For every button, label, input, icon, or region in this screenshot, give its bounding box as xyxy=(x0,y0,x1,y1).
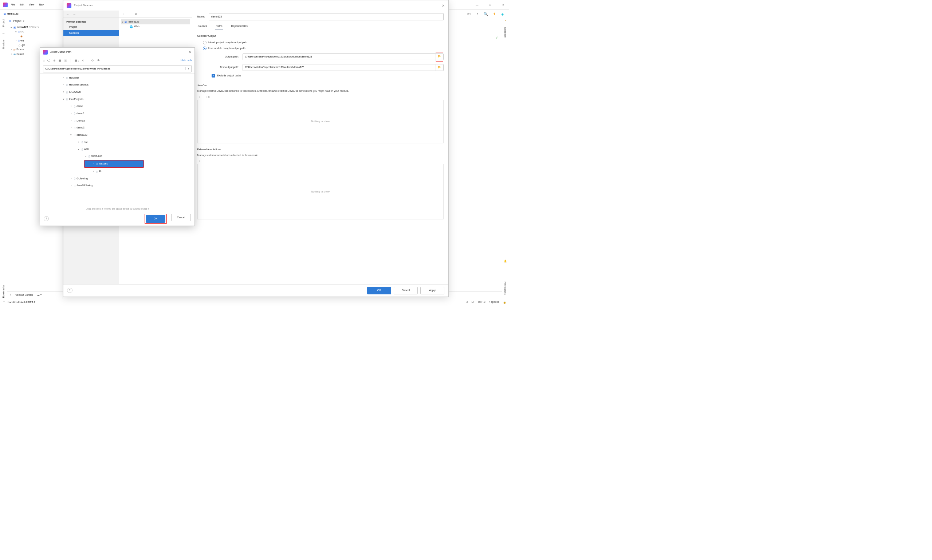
tree-item[interactable]: demo1 xyxy=(77,112,85,115)
radio-icon[interactable] xyxy=(203,41,207,45)
path-input[interactable] xyxy=(43,66,185,72)
nav-project[interactable]: Project xyxy=(63,24,119,30)
update-icon[interactable]: ⬆ xyxy=(492,12,497,16)
tree-item[interactable]: IdeaProjects xyxy=(69,98,83,101)
ide-services-icon[interactable]: ◈ xyxy=(500,12,505,16)
tree-item[interactable]: demo xyxy=(77,105,83,108)
tree-item[interactable]: demo123 xyxy=(77,134,87,137)
tab-paths[interactable]: Paths xyxy=(215,23,222,30)
project-pane-title[interactable]: Project xyxy=(13,20,21,23)
help-icon[interactable]: ? xyxy=(67,288,72,293)
tree-item[interactable]: src xyxy=(84,141,87,144)
add-icon[interactable]: ＋ xyxy=(198,159,201,163)
refresh-icon[interactable]: ⟳ xyxy=(91,58,94,62)
chevron-down-icon[interactable]: ▾ xyxy=(23,19,25,23)
tree-root[interactable]: demo123 xyxy=(17,26,28,29)
forward-icon[interactable]: → xyxy=(73,12,76,16)
tree-git[interactable]: .git xyxy=(21,44,25,46)
apply-button[interactable]: Apply xyxy=(420,287,444,294)
tree-item[interactable]: WEB-INF xyxy=(91,155,102,158)
chevron-right-icon[interactable]: › xyxy=(15,39,17,42)
browse-output-path-icon[interactable]: 📂 xyxy=(435,52,443,62)
rail-project[interactable]: Project xyxy=(2,19,5,26)
minimize-icon[interactable]: — xyxy=(474,4,481,6)
remove-icon[interactable]: － xyxy=(128,12,131,16)
add-icon[interactable]: ＋ xyxy=(198,95,201,99)
status-encoding[interactable]: UTF-8 xyxy=(478,300,486,304)
chevron-down-icon[interactable]: ▾ xyxy=(10,26,13,29)
ok-button[interactable]: OK xyxy=(146,215,166,223)
inspection-ok-icon[interactable]: ✓ xyxy=(495,35,498,40)
menu-file[interactable]: File xyxy=(9,2,16,8)
tree-item[interactable]: web xyxy=(84,148,89,151)
project-icon[interactable]: ⊛ xyxy=(53,58,56,62)
show-hidden-icon[interactable]: 👁 xyxy=(97,59,100,62)
close-icon[interactable]: ✕ xyxy=(189,50,191,54)
radio-inherit[interactable]: Inherit project compile output path xyxy=(203,41,444,45)
tree-item[interactable]: IDEA2020 xyxy=(69,91,81,94)
stop-icon[interactable]: ■ xyxy=(475,12,480,16)
menu-nav[interactable]: Nav xyxy=(37,2,45,8)
menu-edit[interactable]: Edit xyxy=(18,2,26,8)
tree-item[interactable]: Demo2 xyxy=(77,119,85,122)
menu-view[interactable]: View xyxy=(27,2,36,8)
module-row[interactable]: ▾ ▣ demo123 xyxy=(121,19,190,24)
breadcrumb-project[interactable]: demo123 xyxy=(7,12,19,15)
add-url-icon[interactable]: ＋⊕ xyxy=(205,95,210,99)
dropdown-icon[interactable]: ▾ xyxy=(185,67,191,70)
home-icon[interactable]: ⌂ xyxy=(43,59,45,62)
checkbox-icon[interactable]: ✓ xyxy=(211,74,215,77)
chevron-right-icon[interactable]: › xyxy=(10,48,13,51)
remove-icon[interactable]: － xyxy=(205,159,208,163)
tree-item[interactable]: demo3 xyxy=(77,126,85,129)
status-indent[interactable]: 4 spaces xyxy=(489,300,499,304)
tree-scratches[interactable]: Scratc xyxy=(16,53,24,56)
ok-button[interactable]: OK xyxy=(367,287,391,294)
chevron-down-icon[interactable]: ▾ xyxy=(122,20,123,24)
browse-test-path-icon[interactable]: 📂 xyxy=(435,65,443,71)
search-icon[interactable]: 🔍 xyxy=(483,12,488,16)
copy-icon[interactable]: ⧉ xyxy=(135,12,137,16)
folder-tree[interactable]: ›▯HBuilder ›▯HBuilder settings ›▯IDEA202… xyxy=(40,74,194,206)
exclude-row[interactable]: ✓ Exclude output paths xyxy=(211,74,444,77)
rail-structure[interactable]: Structure xyxy=(2,40,5,49)
run-dropdown-icon[interactable]: ⟳▾ xyxy=(467,12,472,16)
content-root-icon[interactable]: ▣ xyxy=(64,58,67,62)
tree-item-selected[interactable]: classes xyxy=(99,162,108,165)
tree-external[interactable]: Extern xyxy=(16,48,24,51)
rail-notifications[interactable]: Notifications xyxy=(504,282,507,295)
tree-item[interactable]: HBuilder settings xyxy=(69,83,89,86)
javadoc-list[interactable]: Nothing to show xyxy=(198,100,444,143)
chevron-right-icon[interactable]: › xyxy=(10,53,13,56)
modules-tree[interactable]: ▾ ▣ demo123 🌐 Web xyxy=(119,18,192,31)
facet-row[interactable]: 🌐 Web xyxy=(121,25,190,29)
todo-tab-prefix[interactable]: ≔ T xyxy=(37,294,42,297)
test-output-path-input[interactable] xyxy=(243,65,435,71)
tree-item[interactable]: JavaSESwing xyxy=(77,184,93,187)
desktop-icon[interactable]: 🖵 xyxy=(47,59,50,62)
nav-modules[interactable]: Modules xyxy=(63,30,119,36)
tree-item[interactable]: HBuilder xyxy=(69,76,79,79)
add-icon[interactable]: ＋ xyxy=(122,12,125,16)
rail-database[interactable]: Database xyxy=(504,27,507,37)
remove-icon[interactable]: － xyxy=(213,95,216,99)
chevron-down-icon[interactable]: ▾ xyxy=(15,30,17,34)
hide-path-link[interactable]: Hide path xyxy=(181,59,191,62)
more-icon[interactable]: ⋮ xyxy=(497,20,499,23)
help-icon[interactable]: ? xyxy=(44,216,49,221)
module-name-input[interactable] xyxy=(209,13,443,20)
bell-icon[interactable]: 🔔 xyxy=(504,260,507,263)
tree-web[interactable]: we xyxy=(20,39,24,42)
radio-use-module[interactable]: Use module compile output path xyxy=(203,46,444,50)
back-icon[interactable]: ← xyxy=(66,12,69,16)
ext-ann-list[interactable]: Nothing to show xyxy=(198,164,444,219)
tree-item[interactable]: GUIswing xyxy=(77,177,88,180)
rail-bookmarks[interactable]: Bookmarks xyxy=(2,285,5,298)
status-line[interactable]: 2 xyxy=(466,300,468,304)
status-lf[interactable]: LF xyxy=(471,300,474,304)
close-icon[interactable]: ✕ xyxy=(442,4,445,8)
module-folder-icon[interactable]: ▣ xyxy=(59,58,62,62)
tree-item[interactable]: lib xyxy=(99,170,101,173)
new-folder-icon[interactable]: ▣₊ xyxy=(75,58,79,62)
cancel-button[interactable]: Cancel xyxy=(171,214,191,222)
